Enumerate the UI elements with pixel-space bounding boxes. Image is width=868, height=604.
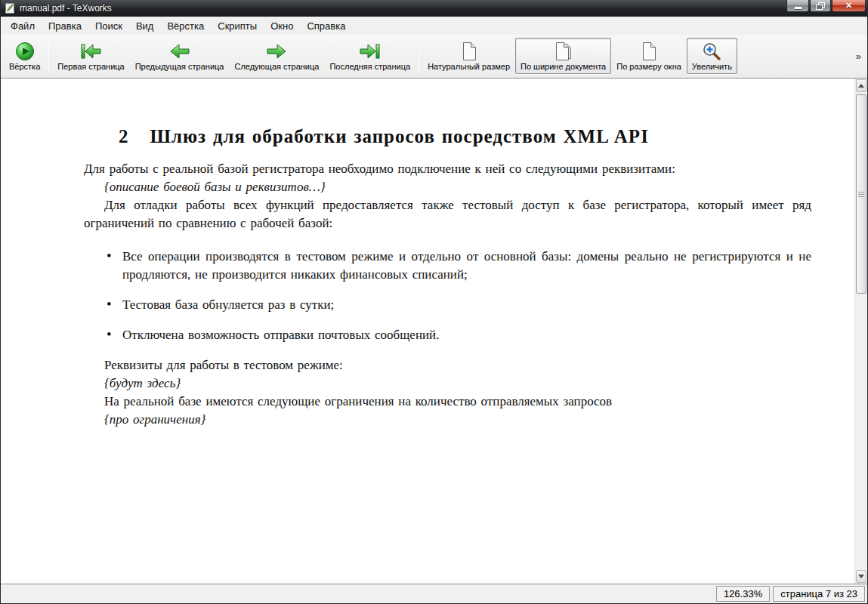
paragraph-italic: {про ограничения} xyxy=(84,411,811,429)
paragraph: Для отладки работы всех функций предоста… xyxy=(84,196,811,233)
vertical-scrollbar[interactable] xyxy=(854,79,867,584)
restore-button[interactable] xyxy=(810,0,831,12)
last-page-label: Последняя страница xyxy=(329,62,410,72)
window-controls: ✕ xyxy=(786,0,867,12)
page-indicator[interactable]: страница 7 из 23 xyxy=(773,586,865,602)
typeset-label: Вёрстка xyxy=(9,62,40,72)
toolbar-separator xyxy=(419,39,419,73)
minimize-button[interactable] xyxy=(786,0,809,12)
menu-item-scripts[interactable]: Скрипты xyxy=(211,18,264,34)
bullet-item: Все операции производятся в тестовом реж… xyxy=(107,248,811,284)
next-page-icon xyxy=(266,41,287,61)
status-bar: 126.33% страница 7 из 23 xyxy=(1,584,867,603)
next-page-label: Следующая страница xyxy=(234,62,319,72)
texworks-app-icon xyxy=(4,2,16,14)
close-button[interactable]: ✕ xyxy=(832,0,866,12)
title-bar[interactable]: manual.pdf - TeXworks ✕ xyxy=(1,0,867,17)
prev-page-label: Предыдущая страница xyxy=(135,62,224,72)
menu-item-file[interactable]: Файл xyxy=(4,18,42,34)
scrollbar-track[interactable] xyxy=(855,93,867,569)
scroll-down-button[interactable] xyxy=(856,570,866,583)
prev-page-icon xyxy=(169,41,190,61)
bullet-item: Тестовая база обнуляется раз в сутки; xyxy=(107,296,811,314)
texworks-window: manual.pdf - TeXworks ✕ Файл Правка Поис… xyxy=(0,0,868,604)
close-icon: ✕ xyxy=(845,2,852,10)
paragraph: Для работы с реальной базой регистратора… xyxy=(84,160,811,178)
magnifier-plus-icon xyxy=(702,41,721,61)
document-area: 2Шлюз для обработки запросов посредством… xyxy=(1,79,867,584)
section-number: 2 xyxy=(119,126,129,146)
prev-page-button[interactable]: Предыдущая страница xyxy=(130,38,230,74)
last-page-icon xyxy=(359,41,381,61)
menu-item-window[interactable]: Окно xyxy=(264,18,300,34)
first-page-button[interactable]: Первая страница xyxy=(52,38,129,74)
scroll-up-button[interactable] xyxy=(856,79,866,92)
paragraph-italic: {описание боевой базы и реквизитов…} xyxy=(84,178,811,196)
menu-item-edit[interactable]: Правка xyxy=(42,18,88,34)
menu-item-typeset[interactable]: Вёрстка xyxy=(160,18,211,34)
pdf-page[interactable]: 2Шлюз для обработки запросов посредством… xyxy=(1,79,854,584)
fit-width-button[interactable]: По ширине документа xyxy=(515,38,611,74)
menu-item-view[interactable]: Вид xyxy=(129,18,161,34)
minimize-icon xyxy=(795,7,802,9)
typeset-play-icon xyxy=(15,41,35,61)
arrow-down-icon xyxy=(858,575,864,578)
section-title: Шлюз для обработки запросов посредством … xyxy=(150,126,649,146)
paragraph-italic: {будут здесь} xyxy=(84,374,811,393)
grip-icon xyxy=(858,192,864,197)
arrow-up-icon xyxy=(858,84,864,88)
next-page-button[interactable]: Следующая страница xyxy=(229,38,324,74)
menu-item-search[interactable]: Поиск xyxy=(88,18,129,34)
zoom-level[interactable]: 126.33% xyxy=(716,586,770,602)
actual-size-page-icon xyxy=(461,41,477,61)
zoom-in-label: Увеличить xyxy=(692,62,732,72)
first-page-icon xyxy=(80,41,102,61)
fit-window-label: По размеру окна xyxy=(616,62,681,72)
window-title: manual.pdf - TeXworks xyxy=(20,3,112,14)
fit-width-page-icon xyxy=(554,41,573,61)
actual-size-button[interactable]: Натуральный размер xyxy=(422,38,515,74)
first-page-label: Первая страница xyxy=(57,62,124,72)
actual-size-label: Натуральный размер xyxy=(428,62,510,72)
fit-window-page-icon xyxy=(641,41,657,61)
bullet-list: Все операции производятся в тестовом реж… xyxy=(107,248,811,344)
paragraph: На реальной базе имеются следующие огран… xyxy=(84,393,811,411)
zoom-in-button[interactable]: Увеличить xyxy=(687,38,737,74)
fit-window-button[interactable]: По размеру окна xyxy=(611,38,687,74)
fit-width-label: По ширине документа xyxy=(520,62,606,72)
toolbar: Вёрстка Первая страница Предыдущая стран… xyxy=(1,35,867,79)
last-page-button[interactable]: Последняя страница xyxy=(324,38,415,74)
toolbar-separator xyxy=(48,39,49,73)
typeset-button[interactable]: Вёрстка xyxy=(4,38,45,74)
paragraph: Реквизиты для работы в тестовом режиме: xyxy=(84,356,811,374)
scrollbar-thumb[interactable] xyxy=(856,94,866,294)
toolbar-overflow-button[interactable]: » xyxy=(853,49,864,63)
bullet-item: Отключена возможность отправки почтовых … xyxy=(107,326,811,344)
menu-bar: Файл Правка Поиск Вид Вёрстка Скрипты Ок… xyxy=(1,17,867,35)
section-heading: 2Шлюз для обработки запросов посредством… xyxy=(119,125,811,148)
restore-icon xyxy=(816,2,825,10)
menu-item-help[interactable]: Справка xyxy=(300,18,352,34)
